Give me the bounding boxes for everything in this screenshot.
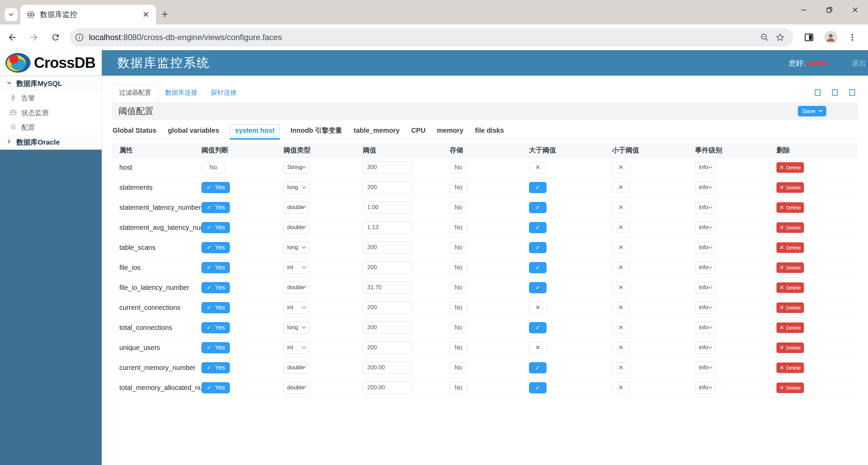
threshold-value-input[interactable] bbox=[363, 161, 412, 173]
threshold-judge-toggle[interactable]: ✓Yes bbox=[201, 342, 230, 353]
logout-link[interactable]: 退出 bbox=[852, 58, 866, 68]
sidebar-item[interactable]: 告警 bbox=[0, 91, 101, 106]
threshold-type-select[interactable]: double bbox=[283, 202, 309, 213]
event-level-select[interactable]: info bbox=[695, 302, 715, 314]
lt-threshold-toggle[interactable]: ✕ bbox=[612, 302, 630, 313]
sub-tab-8[interactable]: file disks bbox=[474, 125, 505, 136]
delete-button[interactable]: ✕Delete bbox=[776, 322, 804, 333]
panel-action-icon-1[interactable] bbox=[815, 89, 821, 96]
lt-threshold-toggle[interactable]: ✕ bbox=[612, 202, 630, 213]
sub-tab-1[interactable]: Global Status bbox=[112, 125, 157, 136]
delete-button[interactable]: ✕Delete bbox=[776, 242, 804, 253]
browser-tab[interactable]: 数据库监控 ✕ bbox=[20, 5, 156, 24]
gt-threshold-toggle[interactable]: ✓ bbox=[529, 222, 547, 233]
gt-threshold-toggle[interactable]: ✕ bbox=[529, 342, 547, 353]
reload-button[interactable] bbox=[46, 28, 65, 47]
event-level-select[interactable]: info bbox=[695, 262, 715, 274]
threshold-value-input[interactable] bbox=[363, 241, 412, 254]
event-level-select[interactable]: info bbox=[695, 182, 715, 193]
threshold-type-select[interactable]: double bbox=[283, 382, 309, 394]
gt-threshold-toggle[interactable]: ✓ bbox=[529, 382, 547, 393]
store-toggle[interactable]: No bbox=[450, 242, 467, 253]
threshold-value-input[interactable] bbox=[363, 382, 412, 394]
page-tab-3[interactable]: 探针连接 bbox=[204, 85, 243, 101]
profile-avatar[interactable] bbox=[821, 28, 840, 47]
threshold-type-select[interactable]: String bbox=[283, 162, 309, 173]
lt-threshold-toggle[interactable]: ✕ bbox=[612, 322, 630, 333]
threshold-type-select[interactable]: double bbox=[283, 362, 309, 374]
threshold-value-input[interactable] bbox=[363, 181, 412, 193]
sidebar-item[interactable]: 配置 bbox=[0, 120, 101, 135]
threshold-value-input[interactable] bbox=[363, 301, 412, 314]
sidebar-group-collapsed[interactable]: 数据库Oracle bbox=[0, 135, 101, 150]
delete-button[interactable]: ✕Delete bbox=[776, 182, 804, 193]
site-info-icon[interactable] bbox=[75, 33, 84, 42]
gt-threshold-toggle[interactable]: ✕ bbox=[529, 302, 547, 313]
lt-threshold-toggle[interactable]: ✕ bbox=[612, 162, 630, 173]
panel-action-icon-2[interactable] bbox=[832, 89, 838, 96]
page-tab-2[interactable]: 数据库连接 bbox=[158, 85, 204, 101]
delete-button[interactable]: ✕Delete bbox=[776, 202, 804, 213]
lt-threshold-toggle[interactable]: ✕ bbox=[612, 182, 630, 193]
threshold-value-input[interactable] bbox=[363, 221, 412, 234]
store-toggle[interactable]: No bbox=[450, 262, 467, 273]
threshold-type-select[interactable]: int bbox=[283, 302, 309, 314]
delete-button[interactable]: ✕Delete bbox=[776, 282, 804, 293]
threshold-judge-toggle[interactable]: No bbox=[201, 162, 225, 173]
sub-tab-2[interactable]: global variables bbox=[167, 125, 220, 136]
lt-threshold-toggle[interactable]: ✕ bbox=[612, 262, 630, 273]
threshold-type-select[interactable]: double bbox=[283, 222, 309, 234]
threshold-judge-toggle[interactable]: ✓Yes bbox=[201, 382, 230, 393]
store-toggle[interactable]: No bbox=[450, 382, 467, 393]
delete-button[interactable]: ✕Delete bbox=[776, 342, 804, 353]
page-tab-1[interactable]: 过滤器配置 bbox=[112, 84, 158, 101]
save-button[interactable]: Save bbox=[798, 106, 826, 116]
gt-threshold-toggle[interactable]: ✓ bbox=[529, 322, 547, 333]
window-close-button[interactable] bbox=[842, 0, 868, 20]
store-toggle[interactable]: No bbox=[450, 282, 467, 293]
event-level-select[interactable]: info bbox=[695, 342, 715, 354]
threshold-judge-toggle[interactable]: ✓Yes bbox=[201, 202, 230, 213]
browser-menu-button[interactable] bbox=[843, 28, 862, 47]
lt-threshold-toggle[interactable]: ✕ bbox=[612, 342, 630, 353]
threshold-judge-toggle[interactable]: ✓Yes bbox=[201, 302, 230, 313]
event-level-select[interactable]: info bbox=[695, 382, 715, 394]
bookmark-button[interactable] bbox=[772, 30, 788, 45]
gt-threshold-toggle[interactable]: ✓ bbox=[529, 242, 547, 253]
threshold-judge-toggle[interactable]: ✓Yes bbox=[201, 322, 230, 333]
sidebar-item[interactable]: 状态监测 bbox=[0, 106, 101, 120]
event-level-select[interactable]: info bbox=[695, 242, 715, 254]
sub-tab-5[interactable]: table_memory bbox=[353, 125, 400, 136]
threshold-type-select[interactable]: long bbox=[283, 182, 309, 193]
gt-threshold-toggle[interactable]: ✓ bbox=[529, 282, 547, 293]
window-restore-button[interactable] bbox=[816, 0, 842, 20]
tab-search-button[interactable] bbox=[5, 8, 18, 21]
gt-threshold-toggle[interactable]: ✓ bbox=[529, 262, 547, 273]
threshold-type-select[interactable]: int bbox=[283, 342, 309, 354]
sub-tab-4[interactable]: Innodb 引擎变量 bbox=[290, 124, 343, 137]
threshold-type-select[interactable]: long bbox=[283, 242, 309, 254]
event-level-select[interactable]: info bbox=[695, 282, 715, 294]
event-level-select[interactable]: info bbox=[695, 202, 715, 213]
threshold-value-input[interactable] bbox=[363, 321, 412, 334]
store-toggle[interactable]: No bbox=[450, 342, 467, 353]
delete-button[interactable]: ✕Delete bbox=[776, 302, 804, 313]
delete-button[interactable]: ✕Delete bbox=[776, 383, 804, 393]
lt-threshold-toggle[interactable]: ✕ bbox=[612, 242, 630, 253]
lt-threshold-toggle[interactable]: ✕ bbox=[612, 282, 630, 293]
panel-action-icon-3[interactable] bbox=[849, 89, 855, 96]
threshold-judge-toggle[interactable]: ✓Yes bbox=[201, 262, 230, 273]
back-button[interactable] bbox=[3, 28, 22, 47]
threshold-judge-toggle[interactable]: ✓Yes bbox=[201, 282, 230, 293]
delete-button[interactable]: ✕Delete bbox=[776, 162, 804, 173]
event-level-select[interactable]: info bbox=[695, 362, 715, 374]
sub-tab-7[interactable]: memory bbox=[436, 125, 464, 136]
gt-threshold-toggle[interactable]: ✓ bbox=[529, 202, 547, 213]
sub-tab-3[interactable]: system host bbox=[230, 124, 280, 137]
delete-button[interactable]: ✕Delete bbox=[776, 222, 804, 233]
gt-threshold-toggle[interactable]: ✓ bbox=[529, 182, 547, 193]
sidebar-group-expanded[interactable]: 数据库MySQL bbox=[0, 76, 101, 91]
event-level-select[interactable]: info bbox=[695, 322, 715, 334]
url-bar[interactable]: localhost:8080/cross-db-engine/views/con… bbox=[70, 28, 793, 46]
lt-threshold-toggle[interactable]: ✕ bbox=[612, 222, 630, 233]
